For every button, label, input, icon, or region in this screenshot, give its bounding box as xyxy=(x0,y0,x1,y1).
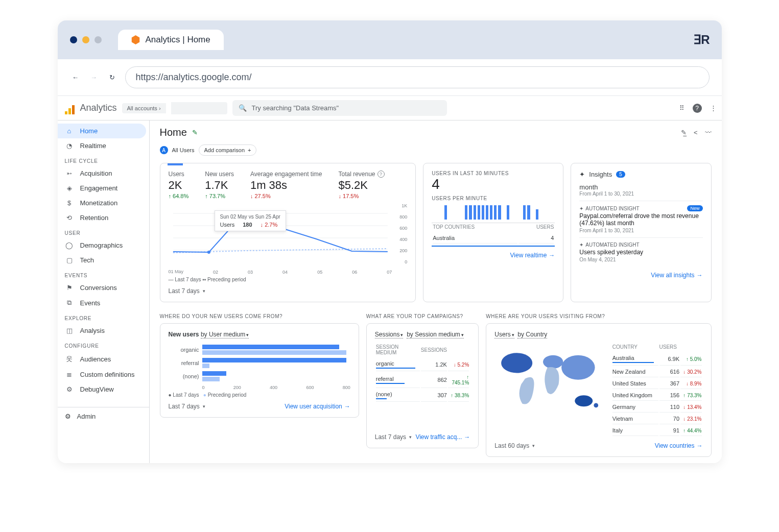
people-icon: 웃 xyxy=(65,354,74,364)
dimension-picker[interactable]: by Session medium xyxy=(407,331,464,338)
view-insights-link[interactable]: View all insights → xyxy=(651,272,702,279)
section-title: WHERE ARE YOUR USERS VISITING FROM? xyxy=(486,313,711,319)
range-picker[interactable]: Last 7 days xyxy=(375,433,412,441)
sidebar-item-home[interactable]: ⌂Home xyxy=(58,124,146,138)
sidebar-label: Monetization xyxy=(80,199,118,207)
kpi[interactable]: Users2K↑ 64.8% xyxy=(169,171,189,199)
plus-icon: + xyxy=(248,147,251,153)
metric-picker[interactable]: Users xyxy=(494,331,514,338)
menu-icon[interactable]: ⋮ xyxy=(710,104,717,112)
legend: ● Last 7 days ● Preceding period xyxy=(169,392,350,398)
bar-row: organic xyxy=(169,343,350,356)
range-picker[interactable]: Last 7 days xyxy=(169,403,205,410)
sidebar-section: USER xyxy=(58,225,149,238)
sidebar-label: Retention xyxy=(80,214,109,222)
svg-point-5 xyxy=(501,353,532,373)
sidebar-item-debugview[interactable]: ⚙DebugView xyxy=(58,382,146,397)
kpi[interactable]: Total revenue ?$5.2K↓ 17.5% xyxy=(338,171,384,199)
flag-icon: ⚑ xyxy=(65,284,74,292)
subtitle: USERS PER MINUTE xyxy=(432,196,555,201)
globe-icon: ◯ xyxy=(65,241,74,249)
sidebar-item-demographics[interactable]: ◯Demographics xyxy=(58,238,146,253)
property-picker[interactable] xyxy=(171,102,227,114)
table-row: New Zealand616↓ 30.2% xyxy=(612,367,702,377)
sidebar-item-custom[interactable]: ≣Custom definitions xyxy=(58,367,146,382)
table-row: Italy91↑ 44.4% xyxy=(612,425,702,436)
sidebar-item-engagement[interactable]: ◈Engagement xyxy=(58,181,146,196)
dimension-picker[interactable]: by User medium xyxy=(201,331,249,338)
metric-picker[interactable]: Sessions xyxy=(375,331,404,338)
min-dot[interactable] xyxy=(82,36,89,43)
bug-icon: ⚙ xyxy=(65,385,74,393)
sparkle-icon: ✦ xyxy=(579,171,585,178)
sidebar-item-retention[interactable]: ⟲Retention xyxy=(58,210,146,225)
sidebar-item-acquisition[interactable]: ➵Acquisition xyxy=(58,166,146,181)
share-icon[interactable]: < xyxy=(694,129,698,136)
world-map xyxy=(494,343,606,420)
back-icon[interactable]: ← xyxy=(70,72,81,83)
sidebar-label: DebugView xyxy=(80,385,114,393)
app-header: Analytics All accounts › 🔍 Try searching… xyxy=(58,96,722,120)
segment-label[interactable]: All Users xyxy=(172,147,195,153)
insight-text[interactable]: Users spiked yesterday xyxy=(579,249,702,256)
sidebar-item-monetization[interactable]: $Monetization xyxy=(58,196,146,210)
apps-icon[interactable]: ⠿ xyxy=(679,104,684,112)
clock-icon: ◔ xyxy=(65,142,74,150)
sidebar-item-tech[interactable]: ▢Tech xyxy=(58,253,146,268)
reload-icon[interactable]: ↻ xyxy=(107,72,118,83)
sidebar-label: Realtime xyxy=(80,142,106,150)
sidebar-item-events[interactable]: ⧉Events xyxy=(58,295,146,310)
range-picker[interactable]: Last 7 days xyxy=(169,287,205,295)
address-bar[interactable]: https://analytics.google.com/ xyxy=(125,66,710,88)
acquisition-card: New users by User medium organicreferral… xyxy=(160,323,359,418)
sparkle-icon: ✦ xyxy=(579,206,583,211)
sidebar-item-analysis[interactable]: ◫Analysis xyxy=(58,323,146,338)
sidebar-label: Engagement xyxy=(80,184,118,192)
insight-date: From April 1 to 30, 2021 xyxy=(579,228,702,233)
sidebar-label: Demographics xyxy=(80,241,123,249)
kpi-card: Users2K↑ 64.8%New users1.7K↑ 73.7%Averag… xyxy=(160,163,416,302)
custom-icon: ≣ xyxy=(65,371,74,378)
add-comparison-button[interactable]: Add comparison+ xyxy=(199,144,257,156)
app-title: Analytics xyxy=(80,103,117,113)
card-title: USERS IN LAST 30 MINUTES xyxy=(432,171,555,176)
sidebar-admin[interactable]: ⚙Admin xyxy=(58,407,149,425)
view-traffic-link[interactable]: View traffic acq... → xyxy=(415,433,470,441)
sidebar-item-realtime[interactable]: ◔Realtime xyxy=(58,138,146,153)
acquisition-icon: ➵ xyxy=(65,170,74,177)
kpi[interactable]: New users1.7K↑ 73.7% xyxy=(205,171,234,199)
svg-point-6 xyxy=(543,355,563,369)
max-dot[interactable] xyxy=(95,36,102,43)
table-row: Australia4 xyxy=(433,233,554,244)
insight-text[interactable]: Paypal.com/referral drove the most reven… xyxy=(579,212,702,227)
sidebar-label: Acquisition xyxy=(80,170,112,177)
geo-card: Users by Country xyxy=(486,323,711,457)
search-input[interactable]: 🔍 Try searching "Data Streams" xyxy=(232,100,447,116)
trend-icon[interactable]: 〰 xyxy=(705,129,712,136)
help-icon[interactable]: ? xyxy=(693,104,702,113)
close-dot[interactable] xyxy=(70,36,77,43)
content: Home ✎ ✎̲ < 〰 A All Users Add comparison… xyxy=(150,120,722,463)
edit-icon[interactable]: ✎ xyxy=(192,129,198,136)
svg-point-4 xyxy=(207,251,210,254)
page-title: Home xyxy=(160,127,187,138)
kpi[interactable]: Average engagement time1m 38s↓ 27.5% xyxy=(250,171,322,199)
account-picker[interactable]: All accounts › xyxy=(122,103,166,113)
col-header: USERS xyxy=(518,224,554,232)
device-icon: ▢ xyxy=(65,256,74,264)
auto-label: AUTOMATED INSIGHT xyxy=(585,242,639,248)
realtime-card: USERS IN LAST 30 MINUTES 4 USERS PER MIN… xyxy=(423,163,563,302)
view-acquisition-link[interactable]: View user acquisition → xyxy=(285,403,350,410)
count-badge: 5 xyxy=(616,171,625,178)
analytics-logo-icon xyxy=(63,102,75,114)
sidebar-item-conversions[interactable]: ⚑Conversions xyxy=(58,280,146,295)
view-countries-link[interactable]: View countries → xyxy=(655,442,703,449)
customize-icon[interactable]: ✎̲ xyxy=(681,129,687,136)
corner-logo: ƎR xyxy=(694,33,709,47)
table-row: referral862↑ 745.1% xyxy=(376,372,469,388)
browser-tab[interactable]: Analytics | Home xyxy=(118,30,224,50)
sidebar-item-audiences[interactable]: 웃Audiences xyxy=(58,351,146,367)
view-realtime-link[interactable]: View realtime → xyxy=(510,252,555,259)
range-picker[interactable]: Last 60 days xyxy=(494,442,535,449)
sidebar-section: EXPLORE xyxy=(58,310,149,323)
